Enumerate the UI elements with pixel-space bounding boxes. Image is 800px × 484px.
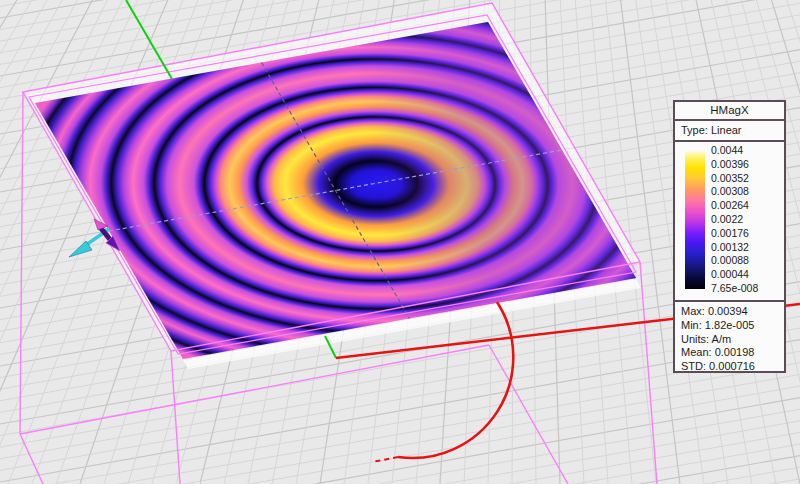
colorbar-tick-label: 0.00088 — [711, 254, 785, 268]
modeler-viewport[interactable]: HMagX Type: Linear 0.00440.003960.003520… — [0, 0, 800, 484]
colorbar-tick-label: 0.00176 — [711, 227, 785, 241]
legend-color-scale: 0.00440.003960.003520.003080.002640.0022… — [675, 142, 784, 300]
colorbar-tick-label: 0.00308 — [711, 185, 785, 199]
legend-title: HMagX — [675, 102, 784, 121]
colorbar-tick-label: 0.00264 — [711, 199, 785, 213]
colorbar-tick-label: 0.0044 — [711, 144, 785, 158]
legend-scale-type: Type: Linear — [675, 121, 784, 142]
colorbar — [685, 151, 705, 289]
colorbar-tick-label: 7.65e-008 — [711, 282, 785, 296]
legend-stat-line: Max: 0.00394 — [681, 305, 784, 319]
colorbar-tick-labels: 0.00440.003960.003520.003080.002640.0022… — [711, 144, 785, 296]
legend-panel[interactable]: HMagX Type: Linear 0.00440.003960.003520… — [673, 100, 786, 373]
legend-stat-line: Min: 1.82e-005 — [681, 319, 784, 333]
colorbar-tick-label: 0.00132 — [711, 241, 785, 255]
colorbar-tick-label: 0.00044 — [711, 268, 785, 282]
colorbar-tick-label: 0.00352 — [711, 172, 785, 186]
legend-stat-line: Mean: 0.00198 — [681, 346, 784, 360]
legend-stat-line: Units: A/m — [681, 333, 784, 347]
colorbar-tick-label: 0.0022 — [711, 213, 785, 227]
legend-stat-line: STD: 0.000716 — [681, 360, 784, 374]
legend-statistics: Max: 0.00394Min: 1.82e-005Units: A/mMean… — [675, 300, 784, 374]
colorbar-tick-label: 0.00396 — [711, 158, 785, 172]
